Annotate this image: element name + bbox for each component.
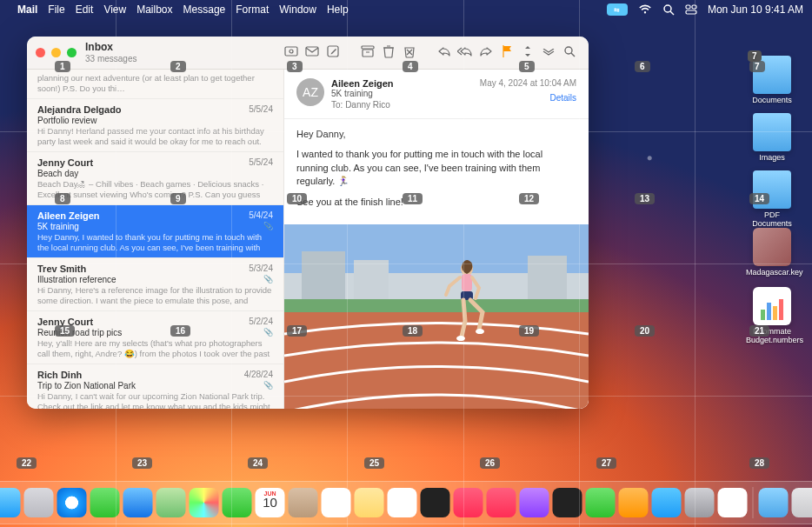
message-preview: Hi Danny, Here's a reference image for t… (37, 285, 273, 305)
app-menu[interactable]: Mail (17, 3, 37, 16)
dock-photos[interactable] (190, 488, 219, 517)
clock[interactable]: Mon Jun 10 9:41 AM (708, 3, 803, 16)
dock-pages[interactable] (619, 488, 649, 517)
reply-all-icon[interactable] (456, 45, 475, 60)
dock-numbers[interactable] (586, 488, 616, 517)
header-from: Aileen Zeigen (331, 78, 480, 89)
attachment-icon: 📎 (263, 222, 273, 230)
grid-cell-22: 22 (17, 457, 37, 469)
dock-finder[interactable] (0, 488, 21, 517)
close-window-button[interactable] (36, 48, 45, 57)
trash-bin-icon[interactable] (379, 44, 398, 61)
message-from: Rich Dinh (37, 370, 273, 380)
message-row[interactable]: planning our next adventure (or at least… (27, 70, 283, 99)
message-list[interactable]: planning our next adventure (or at least… (27, 70, 284, 409)
archive-icon[interactable] (358, 45, 377, 60)
dock-appstore[interactable] (652, 488, 682, 517)
desktop-icon-label: Images (746, 153, 798, 162)
expand-icon[interactable] (518, 45, 537, 60)
dock-maps[interactable] (156, 488, 186, 517)
menu-file[interactable]: File (48, 3, 64, 16)
message-row[interactable]: Aileen Zeigen5/4/24📎5K trainingHey Danny… (27, 205, 283, 258)
dock-mail[interactable] (123, 488, 153, 517)
message-row[interactable]: Trev Smith5/3/24📎Illustration referenceH… (27, 258, 283, 311)
message-body: Hey Danny,I wanted to thank you for putt… (284, 119, 589, 224)
message-row[interactable]: Jenny Court5/2/24📎Reunion road trip pics… (27, 311, 283, 364)
message-from: Alejandra Delgado (37, 104, 273, 115)
dock-messages[interactable] (90, 488, 120, 517)
flag-icon[interactable] (497, 44, 516, 61)
message-from: Jenny Court (37, 157, 273, 168)
menu-edit[interactable]: Edit (76, 3, 94, 16)
dock-tv[interactable] (421, 488, 450, 517)
dock-trash[interactable] (792, 488, 813, 517)
dock-safari[interactable] (57, 488, 87, 517)
reading-pane: AZ Aileen Zeigen 5K training To: Danny R… (284, 70, 589, 409)
desktop-icon-label: PDF Documents (746, 210, 798, 228)
menu-mailbox[interactable]: Mailbox (136, 3, 172, 16)
forward-icon[interactable] (476, 45, 496, 60)
dock-facetime[interactable] (223, 488, 252, 517)
mail-window: Inbox 33 messages planning our next adve… (27, 37, 589, 409)
dock-freeform[interactable] (388, 488, 417, 517)
message-preview: Hey, y'all! Here are my selects (that's … (37, 338, 273, 358)
control-center-icon[interactable]: ⇆ (607, 3, 628, 16)
svg-rect-3 (692, 5, 696, 9)
spotlight-icon[interactable] (662, 3, 675, 16)
menu-format[interactable]: Format (236, 3, 269, 16)
dock-stocks[interactable] (553, 488, 582, 517)
message-subject: Portfolio review (37, 116, 273, 125)
desktop-icon-documents[interactable]: 7Documents (746, 56, 798, 104)
details-link[interactable]: Details (480, 93, 576, 103)
dock-contacts[interactable] (289, 488, 318, 517)
envelope-icon[interactable] (303, 45, 322, 60)
message-row[interactable]: Alejandra Delgado5/5/24Portfolio reviewH… (27, 99, 283, 152)
wifi-icon[interactable] (638, 4, 652, 15)
message-subject: Beach day (37, 169, 273, 178)
body-paragraph: Hey Danny, (296, 128, 576, 141)
menu-message[interactable]: Message (183, 3, 226, 16)
dock-launchpad[interactable] (24, 488, 54, 517)
dock-music[interactable] (454, 488, 483, 517)
svg-rect-21 (302, 251, 345, 299)
menu-help[interactable]: Help (327, 3, 349, 16)
svg-rect-4 (686, 10, 696, 14)
dock-iphone-mirroring[interactable] (718, 488, 748, 517)
grid-cell-13: 13 (635, 193, 655, 204)
more-icon[interactable] (539, 46, 558, 60)
dock-news[interactable] (487, 488, 516, 517)
minimize-window-button[interactable] (51, 48, 61, 57)
envelope-outline-icon[interactable] (282, 45, 301, 60)
grid-cell-6: 6 (635, 61, 650, 72)
message-subject: Trip to Zion National Park (37, 381, 273, 390)
dock-reminders[interactable] (322, 488, 351, 517)
desktop-icon-label: Roommate Budget.numbers (746, 327, 798, 344)
search-icon[interactable] (560, 45, 579, 60)
dock-settings[interactable] (685, 488, 715, 517)
desktop-icon-roommate-budget-numbers[interactable]: Roommate Budget.numbers (746, 287, 798, 344)
compose-icon[interactable] (323, 44, 343, 61)
avatar: AZ (296, 78, 324, 106)
desktop-icon-label: Documents (746, 96, 798, 104)
zoom-window-button[interactable] (67, 48, 77, 57)
message-row[interactable]: Jenny Court5/5/24Beach dayBeach Day🏖 – C… (27, 152, 283, 205)
svg-point-30 (476, 329, 484, 334)
desktop-icon-pdf-documents[interactable]: PDF Documents (746, 170, 798, 228)
svg-rect-2 (686, 5, 690, 9)
dock-podcasts[interactable] (520, 488, 549, 517)
menu-window[interactable]: Window (279, 3, 316, 16)
desktop-icon-madagascar-key[interactable]: Madagascar.key (746, 228, 798, 277)
junk-icon[interactable] (400, 44, 419, 61)
dock-calendar[interactable]: JUN10 (256, 488, 285, 517)
message-row[interactable]: Rich Dinh4/28/24📎Trip to Zion National P… (27, 364, 283, 409)
message-preview: planning our next adventure (or at least… (37, 73, 273, 93)
message-attachment-image[interactable] (284, 224, 589, 409)
menu-view[interactable]: View (103, 3, 126, 16)
reply-icon[interactable] (435, 45, 454, 60)
svg-rect-10 (363, 50, 373, 57)
message-from: Trev Smith (37, 264, 273, 274)
dock-notes[interactable] (355, 488, 384, 517)
desktop-icon-images[interactable]: Images (746, 113, 798, 162)
dock-downloads[interactable] (759, 488, 789, 517)
control-center-menu-icon[interactable] (685, 4, 697, 15)
